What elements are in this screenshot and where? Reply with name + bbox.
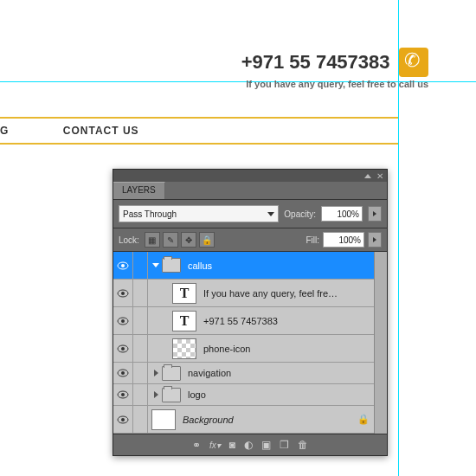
lock-label: Lock: — [119, 235, 139, 245]
blend-mode-dropdown[interactable]: Pass Through — [119, 205, 279, 222]
layer-row[interactable]: logo — [113, 384, 387, 406]
layer-name[interactable]: Background — [183, 415, 234, 425]
close-icon[interactable]: ✕ — [376, 171, 383, 181]
mask-icon[interactable]: ◙ — [229, 439, 235, 451]
fill-field[interactable]: 100% — [323, 232, 364, 248]
phone-number: +971 55 7457383 — [241, 51, 390, 74]
tab-layers[interactable]: LAYERS — [113, 182, 165, 199]
text-layer-icon: T — [172, 311, 196, 331]
svg-point-7 — [121, 347, 125, 351]
panel-topbar: ✕ — [113, 170, 387, 182]
lock-all-icon[interactable]: 🔒 — [199, 232, 215, 248]
nav-item[interactable]: G — [0, 125, 9, 137]
lock-pixels-icon[interactable]: ✎ — [163, 232, 178, 248]
blend-row: Pass Through Opacity: 100% — [113, 200, 387, 228]
chevron-down-icon — [267, 212, 274, 216]
svg-point-5 — [121, 319, 125, 323]
opacity-field[interactable]: 100% — [321, 206, 363, 222]
link-col[interactable] — [133, 280, 148, 306]
fill-slider-button[interactable] — [368, 232, 382, 248]
svg-point-3 — [121, 292, 125, 295]
layer-row[interactable]: T +971 55 7457383 — [113, 307, 387, 335]
opacity-slider-button[interactable] — [368, 206, 382, 222]
visibility-toggle[interactable] — [113, 280, 133, 306]
svg-point-11 — [121, 393, 125, 396]
folder-icon — [162, 258, 181, 273]
visibility-toggle[interactable] — [113, 307, 133, 334]
layer-name[interactable]: navigation — [188, 368, 231, 378]
visibility-toggle[interactable] — [113, 384, 133, 405]
phone-tagline: If you have any query, feel free to call… — [241, 79, 428, 89]
disclosure-right-icon[interactable] — [151, 369, 160, 377]
layers-panel: ✕ LAYERS Pass Through Opacity: 100% Lock… — [113, 169, 388, 456]
link-col[interactable] — [133, 335, 148, 362]
trash-icon[interactable]: 🗑 — [298, 439, 308, 451]
scrollbar[interactable] — [374, 252, 387, 434]
link-col[interactable] — [133, 363, 148, 383]
lock-icons: ▦ ✎ ✥ 🔒 — [145, 232, 215, 248]
layer-name[interactable]: callus — [188, 261, 212, 271]
nav-item-contact[interactable]: CONTACT US — [63, 125, 139, 137]
layer-row[interactable]: navigation — [113, 363, 387, 384]
visibility-toggle[interactable] — [113, 252, 133, 279]
callus-block: +971 55 7457383 If you have any query, f… — [241, 48, 428, 89]
panel-tabs: LAYERS — [113, 182, 387, 200]
visibility-toggle[interactable] — [113, 406, 133, 433]
panel-footer: ⚭ fx▾ ◙ ◐ ▣ ❐ 🗑 — [113, 434, 387, 455]
opacity-label: Opacity: — [284, 209, 316, 219]
layer-row[interactable]: callus — [113, 252, 387, 280]
collapse-icon[interactable] — [364, 174, 371, 178]
lock-icon: 🔒 — [357, 414, 370, 425]
link-layers-icon[interactable]: ⚭ — [192, 439, 201, 451]
adjustment-icon[interactable]: ◐ — [244, 439, 253, 451]
navigation-bar: G CONTACT US — [0, 117, 398, 145]
layer-row[interactable]: T If you have any query, feel free ... — [113, 280, 387, 307]
layer-name[interactable]: If you have any query, feel free ... — [203, 288, 342, 299]
link-col[interactable] — [133, 307, 148, 334]
background-layer-icon — [151, 409, 176, 430]
svg-point-13 — [121, 418, 125, 421]
layer-name[interactable]: +971 55 7457383 — [203, 316, 278, 326]
bitmap-layer-icon — [172, 338, 196, 359]
disclosure-down-icon[interactable] — [151, 261, 160, 270]
svg-point-9 — [121, 371, 125, 375]
new-layer-icon[interactable]: ❐ — [280, 439, 289, 451]
text-layer-icon: T — [172, 283, 196, 304]
lock-transparency-icon[interactable]: ▦ — [145, 232, 160, 248]
group-icon[interactable]: ▣ — [261, 439, 271, 451]
layer-row[interactable]: Background 🔒 — [113, 406, 387, 434]
lock-row: Lock: ▦ ✎ ✥ 🔒 Fill: 100% — [113, 228, 387, 252]
disclosure-right-icon[interactable] — [151, 390, 160, 399]
phone-icon — [399, 48, 428, 77]
link-col[interactable] — [133, 406, 148, 433]
document-canvas: +971 55 7457383 If you have any query, f… — [0, 0, 476, 476]
link-col[interactable] — [133, 384, 148, 405]
visibility-toggle[interactable] — [113, 335, 133, 362]
layers-list: callus T If you have any query, feel fre… — [113, 252, 387, 434]
svg-point-1 — [121, 264, 125, 267]
visibility-toggle[interactable] — [113, 363, 133, 383]
fx-icon[interactable]: fx▾ — [209, 441, 221, 450]
fill-label: Fill: — [306, 235, 319, 245]
blend-mode-value: Pass Through — [123, 209, 177, 219]
layer-name[interactable]: phone-icon — [203, 344, 250, 354]
lock-position-icon[interactable]: ✥ — [181, 232, 196, 248]
link-col[interactable] — [133, 252, 148, 279]
folder-icon — [162, 388, 181, 402]
layer-row[interactable]: phone-icon — [113, 335, 387, 363]
layer-name[interactable]: logo — [188, 389, 206, 400]
folder-icon — [162, 366, 181, 381]
